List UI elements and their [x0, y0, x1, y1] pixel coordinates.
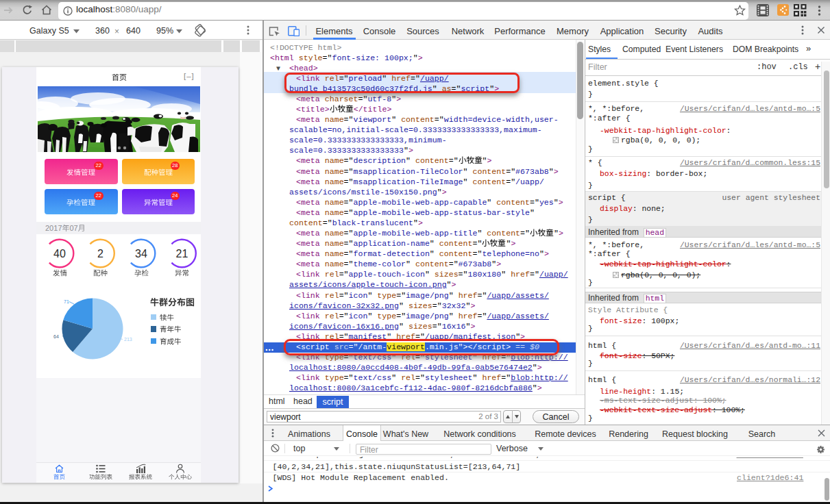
svg-text:7: 7: [74, 224, 78, 232]
svg-text:64: 64: [53, 334, 59, 339]
svg-text:21: 21: [176, 248, 188, 260]
svg-text:7: 7: [58, 224, 62, 232]
svg-text:71: 71: [64, 299, 69, 304]
svg-text:213: 213: [124, 337, 132, 342]
svg-text:34: 34: [135, 248, 147, 260]
svg-text:2: 2: [97, 248, 103, 260]
svg-text:40: 40: [53, 248, 66, 260]
